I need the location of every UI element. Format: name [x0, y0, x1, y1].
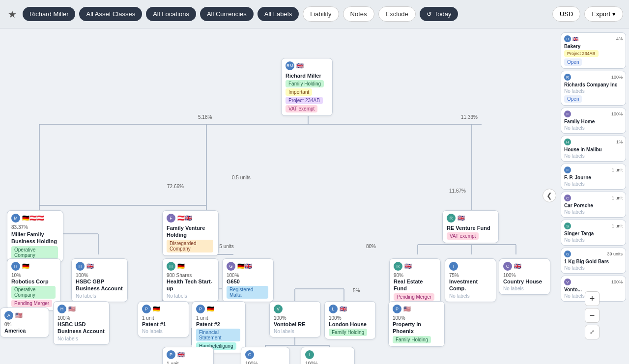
country-house-title: Country House	[503, 278, 546, 285]
hsbc-gbp-title: HSBC GBP Business Account	[76, 278, 123, 292]
side-gold-bars[interactable]: G 39 units 1 Kg Big Gold Bars No labels	[561, 248, 626, 274]
hsbc-usd-nolabels: No labels	[57, 336, 105, 341]
gold-bars-icon: G	[564, 251, 571, 257]
hsbc-usd-title: HSBC USD Business Account	[57, 321, 105, 335]
all-currencies-button[interactable]: All Currencies	[200, 7, 254, 21]
london-house-node[interactable]: L 🇬🇧 100% London House Family Holding	[324, 301, 376, 339]
america-node[interactable]: A 🇺🇸 0% America	[0, 308, 49, 337]
side-car-porsche[interactable]: C 1 unit Car Porsche No labels	[561, 192, 626, 218]
patent3-node[interactable]: P 🇬🇧 1 unit Patent #3 No labels	[162, 347, 214, 364]
car-porsche-icon: C	[564, 195, 571, 201]
property-phoenix-node[interactable]: P 🇺🇸 100% Property in Phoenix Family Hol…	[388, 301, 445, 347]
side-singer-targa[interactable]: S 1 unit Singer Targa No labels	[561, 220, 626, 246]
cash-acc1-icon: C	[245, 350, 254, 359]
robotics-node[interactable]: R 🇩🇪 10% Robotics Corp Operative Company…	[7, 258, 61, 310]
refresh-icon: ↺	[427, 10, 432, 18]
family-venture-node[interactable]: F 🇦🇹🇬🇧 Family Venture Holding Disregarde…	[162, 210, 219, 256]
collapse-panel-button[interactable]: ❮	[543, 189, 556, 202]
vontobel-title: Vontobel RE	[274, 321, 316, 328]
investment-comp-nolabels: No labels	[449, 293, 492, 299]
patent3-icon: P	[167, 350, 175, 359]
zoom-out-button[interactable]: −	[585, 308, 600, 323]
real-estate-node[interactable]: R 🇬🇧 90% Real Estate Fund Pending Merger	[389, 258, 441, 304]
real-estate-icon: R	[394, 262, 402, 271]
country-house-node[interactable]: C 🇬🇧 100% Country House No labels	[499, 258, 550, 295]
country-house-icon: C	[503, 262, 512, 271]
richards-title: Richards Company Inc	[564, 82, 623, 87]
patent2-title: Patent #2	[196, 321, 241, 328]
investment-comp-icon: I	[449, 262, 458, 271]
miller-title: Miller Family Business Holding	[11, 231, 59, 245]
miller-label: Operative Company	[11, 246, 58, 259]
fp-journe-icon: F	[564, 167, 571, 173]
health-tech-node[interactable]: H 🇩🇪 900 Shares Health Tech Start-up No …	[162, 258, 219, 302]
exclude-button[interactable]: Exclude	[378, 6, 416, 22]
health-tech-nolabels: No labels	[167, 293, 214, 299]
richard-miller-button[interactable]: Richard Miller	[23, 7, 75, 21]
richards-open-btn[interactable]: Open	[564, 95, 582, 103]
investment-portfolio-node[interactable]: I 100% Investment Portfolio No labels	[301, 347, 355, 364]
notes-button[interactable]: Notes	[343, 6, 374, 22]
investment-comp-node[interactable]: I 75% Investment Comp. No labels	[445, 258, 496, 302]
bakery-open-btn[interactable]: Open	[564, 58, 582, 66]
all-labels-button[interactable]: All Labels	[257, 7, 299, 21]
all-asset-classes-button[interactable]: All Asset Classes	[79, 7, 142, 21]
america-icon: A	[4, 311, 13, 320]
singer-targa-title: Singer Targa	[564, 231, 623, 236]
pan-button[interactable]: ⤢	[585, 325, 600, 339]
pct-11-33: 11.33%	[461, 114, 478, 120]
cash-acc1-node[interactable]: C 100% cash acc1 No labels	[241, 347, 290, 364]
liability-button[interactable]: Liability	[303, 6, 339, 22]
g650-title: G650	[227, 278, 269, 285]
label-vat-exempt: VAT exempt	[286, 105, 317, 112]
side-bakery[interactable]: B 🇬🇧 4% Bakery Project 234AB Open	[561, 32, 626, 69]
usd-button[interactable]: USD	[552, 6, 580, 22]
family-venture-icon: F	[167, 214, 175, 223]
real-estate-title: Real Estate Fund	[394, 278, 436, 292]
richards-icon: R	[564, 74, 571, 81]
g650-node[interactable]: G 🇩🇪🇬🇧 100% G650 Registered Malta	[222, 258, 274, 302]
g650-icon: G	[227, 262, 235, 271]
units-0-5: 0.5 units	[232, 175, 251, 180]
vontobel-node[interactable]: V 100% Vontobel RE No labels	[269, 301, 321, 337]
re-venture-title: RE Venture Fund	[447, 224, 494, 231]
root-node[interactable]: RM 🇬🇧 Richard Miller Family Holding Impo…	[281, 58, 333, 116]
patent1-nolabels: No labels	[142, 329, 185, 334]
label-important: Important	[286, 88, 312, 96]
family-home-title: Family Home	[564, 119, 623, 124]
export-button[interactable]: Export ▾	[584, 6, 623, 22]
car-porsche-title: Car Porsche	[564, 203, 623, 208]
today-label: Today	[434, 10, 452, 18]
fp-journe-title: F. P. Journe	[564, 175, 623, 180]
bakery-icon: B	[564, 35, 571, 42]
bakery-title: Bakery	[564, 44, 623, 49]
today-button[interactable]: ↺ Today	[420, 7, 458, 21]
hsbc-usd-node[interactable]: H 🇺🇸 100% HSBC USD Business Account No l…	[53, 301, 110, 345]
pct-5: 5%	[353, 288, 360, 293]
health-tech-title: Health Tech Start-up	[167, 278, 214, 292]
vat-label: VAT exempt	[447, 232, 479, 240]
side-fp-journe[interactable]: F 1 unit F. P. Journe No labels	[561, 164, 626, 190]
export-label: Export	[592, 10, 610, 18]
all-locations-button[interactable]: All Locations	[146, 7, 196, 21]
patent2-icon: P	[196, 305, 205, 313]
patent2-node[interactable]: P 🇩🇪 1 unit Patent #2 Financial Statemen…	[192, 301, 246, 353]
vontobel-nolabels: No labels	[274, 329, 316, 334]
robotics-icon: R	[11, 262, 20, 271]
health-tech-icon: H	[167, 262, 175, 271]
zoom-in-button[interactable]: +	[585, 291, 600, 306]
property-phoenix-icon: P	[393, 305, 401, 313]
hsbc-gbp-node[interactable]: H 🇬🇧 100% HSBC GBP Business Account No l…	[71, 258, 128, 302]
side-richards[interactable]: R 100% Richards Company Inc No labels Op…	[561, 71, 626, 106]
singer-targa-icon: S	[564, 223, 571, 229]
patent1-node[interactable]: P 🇩🇪 1 unit Patent #1 No labels	[138, 301, 189, 337]
diagram-canvas[interactable]: RM 🇬🇧 Richard Miller Family Holding Impo…	[0, 28, 629, 364]
re-venture-node[interactable]: R 🇬🇧 RE Venture Fund VAT exempt	[442, 210, 499, 243]
root-title: Richard Miller	[286, 72, 328, 79]
side-family-home[interactable]: F 100% Family Home No labels	[561, 108, 626, 134]
pct-5-18: 5.18%	[198, 114, 212, 120]
chevron-down-icon: ▾	[612, 10, 616, 18]
miller-family-node[interactable]: M 🇩🇪🇦🇹🇦🇹 83.37% Miller Family Business H…	[7, 210, 63, 262]
side-malibu[interactable]: H 1% House in Malibu No labels	[561, 136, 626, 162]
star-button[interactable]: ★	[6, 6, 19, 22]
